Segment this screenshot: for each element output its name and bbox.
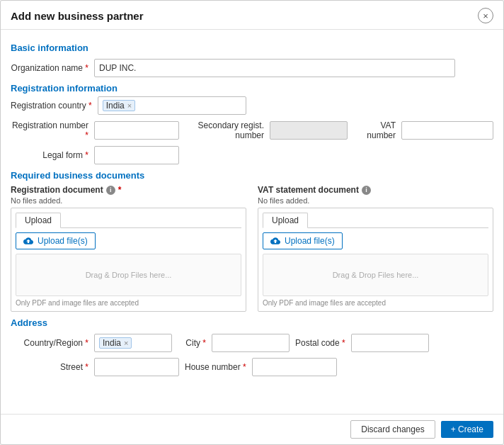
vat-label: VAT number <box>353 120 396 140</box>
vat-doc-upload-area: Upload Upload file(s) Drag & Drop Files … <box>258 208 493 312</box>
postal-label: Postal code * <box>295 338 345 348</box>
street-input[interactable] <box>94 358 179 376</box>
vat-doc-upload-tab[interactable]: Upload <box>263 213 308 228</box>
street-label: Street * <box>11 362 88 372</box>
upload-icon <box>23 236 33 246</box>
vat-doc-label: VAT statement document i <box>258 185 493 195</box>
vat-number-input[interactable] <box>401 121 493 140</box>
reg-doc-file-note: Only PDF and image files are accepted <box>16 299 241 307</box>
vat-doc-no-files: No files added. <box>258 196 493 205</box>
city-label: City * <box>178 338 206 348</box>
vat-doc-drop-zone[interactable]: Drag & Drop Files here... <box>263 254 488 296</box>
legal-form-row: Legal form * <box>11 146 493 164</box>
upload-icon <box>270 236 280 246</box>
org-name-row: Organization name * <box>11 59 493 77</box>
vat-doc-info-icon[interactable]: i <box>362 186 371 195</box>
dialog-title: Add new business partner <box>11 10 144 22</box>
required-docs-section-title: Required business documents <box>11 170 493 181</box>
legal-form-label: Legal form * <box>11 150 88 160</box>
reg-doc-drop-zone[interactable]: Drag & Drop Files here... <box>16 254 241 296</box>
vat-doc-tab-bar: Upload <box>263 213 488 228</box>
vat-doc-block: VAT statement document i No files added.… <box>258 185 493 312</box>
reg-doc-tab-bar: Upload <box>16 213 241 228</box>
legal-form-input[interactable] <box>94 146 179 164</box>
reg-numbers-row: Registration number * Secondary regist. … <box>11 120 493 140</box>
reg-number-input[interactable] <box>94 121 179 140</box>
close-button[interactable]: × <box>478 8 493 23</box>
secondary-number-input[interactable] <box>270 121 348 140</box>
discard-changes-button[interactable]: Discard changes <box>350 420 435 439</box>
reg-number-label: Registration number * <box>11 120 88 140</box>
secondary-label: Secondary regist. number <box>185 120 264 140</box>
basic-info-section-title: Basic information <box>11 43 493 53</box>
reg-doc-no-files: No files added. <box>11 196 246 205</box>
registration-section-title: Registration information <box>11 83 493 94</box>
reg-country-tag: India × <box>103 100 135 111</box>
reg-doc-label: Registration document i * <box>11 185 246 195</box>
address-section: Address Country/Region * India × City * … <box>11 317 493 376</box>
reg-doc-upload-area: Upload Upload file(s) Drag & Drop Files … <box>11 208 246 312</box>
reg-doc-upload-tab[interactable]: Upload <box>16 213 61 228</box>
address-country-tag-close[interactable]: × <box>124 339 128 347</box>
reg-doc-info-icon[interactable]: i <box>106 186 115 195</box>
vat-doc-file-note: Only PDF and image files are accepted <box>263 299 488 307</box>
address-country-tag-input[interactable]: India × <box>94 334 172 352</box>
dialog-header: Add new business partner × <box>1 1 503 30</box>
org-name-label: Organization name * <box>11 63 88 73</box>
address-section-title: Address <box>11 317 493 328</box>
reg-country-label: Registration country * <box>11 101 92 111</box>
create-button[interactable]: + Create <box>441 421 493 438</box>
dialog-body: Basic information Organization name * Re… <box>1 30 503 414</box>
reg-country-tag-close[interactable]: × <box>127 101 132 110</box>
dialog-footer: Discard changes + Create <box>1 414 503 444</box>
house-number-input[interactable] <box>252 358 337 376</box>
address-country-tag: India × <box>99 337 132 349</box>
vat-doc-upload-button[interactable]: Upload file(s) <box>263 232 343 249</box>
org-name-input[interactable] <box>94 59 455 77</box>
reg-country-row: Registration country * India × <box>11 96 493 115</box>
docs-row: Registration document i * No files added… <box>11 185 493 312</box>
address-row1: Country/Region * India × City * Postal c… <box>11 334 493 352</box>
reg-doc-block: Registration document i * No files added… <box>11 185 246 312</box>
reg-country-tag-input[interactable]: India × <box>98 96 246 115</box>
add-business-partner-dialog: Add new business partner × Basic informa… <box>0 0 504 445</box>
address-row2: Street * House number * <box>11 358 493 376</box>
country-region-label: Country/Region * <box>11 338 88 348</box>
house-number-label: House number * <box>185 362 246 372</box>
postal-input[interactable] <box>351 334 429 352</box>
reg-doc-upload-button[interactable]: Upload file(s) <box>16 232 96 249</box>
city-input[interactable] <box>212 334 290 352</box>
